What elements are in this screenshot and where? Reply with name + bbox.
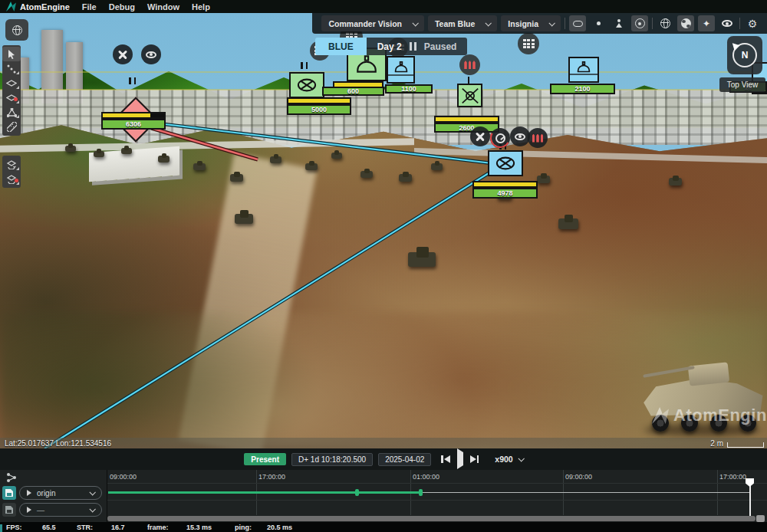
team-tab[interactable]: BLUE [315,38,367,55]
app-title: AtomEngine [20,2,70,11]
watermark: AtomEngine [652,406,767,425]
satellite-layer-button[interactable] [677,15,694,31]
atomengine-watermark-icon [652,406,669,425]
red-dot [15,179,18,182]
globe-layers-button[interactable] [5,19,28,41]
day-label: Day 2 [377,41,402,52]
engage-button[interactable] [113,44,133,64]
present-badge[interactable]: Present [244,453,286,465]
team-dropdown[interactable]: Team Blue [428,15,497,31]
resource-bar [287,97,351,104]
unit-symbol-button[interactable] [611,15,627,31]
blue-installation-marker[interactable] [568,57,599,83]
timeline-scrollbar[interactable] [107,516,755,521]
time-tick: 09:00:00 [565,473,592,481]
visibility-button[interactable] [719,15,736,31]
blue-installation-marker[interactable] [387,56,415,84]
sim-time-field[interactable]: D+ 1d 10:18:20.500 [291,453,373,466]
watermark-text: AtomEngine [673,406,767,425]
measure-tool[interactable] [2,120,21,134]
resupply-button[interactable] [528,128,548,148]
atomengine-window: AtomEngine File Debug Window Help [0,0,767,532]
track-select-origin[interactable]: origin [19,486,102,500]
ping-value: 20.5 ms [267,524,292,531]
lighting-button[interactable]: ✦ [698,15,715,31]
blue-armor-marker-selected[interactable] [488,150,523,176]
hq-hp-bar: 6306 [101,119,166,130]
structure-icon[interactable] [518,33,539,54]
future-track-segment[interactable] [422,492,750,494]
ammo-depot-icon[interactable] [459,54,480,75]
sync-unit-tool[interactable] [2,172,21,186]
playhead-handle[interactable] [746,478,754,487]
track-select-empty[interactable]: — [19,503,102,517]
sync-view-tool[interactable] [2,157,21,172]
record-circle-icon [635,18,645,28]
polygon-tool[interactable] [2,105,21,120]
marker-divider [388,74,413,76]
compass-widget[interactable]: N [727,36,762,74]
engage-button[interactable] [470,126,490,146]
friendly-mech-infantry-marker[interactable] [457,84,482,107]
menubar: AtomEngine File Debug Window Help [0,0,767,13]
chevron-down-icon [548,20,555,26]
observe-button[interactable] [141,44,161,64]
sim-date-field[interactable]: 2025-04-02 [378,453,431,466]
keyframe-marker[interactable] [419,489,423,496]
pause-icon [410,42,416,51]
branch-icon[interactable] [6,472,17,483]
timeline-track-list: origin — [0,470,107,522]
time-tick: 01:00:00 [413,473,439,481]
unit-place-tool[interactable] [2,90,21,105]
hp-value: 1100 [401,85,416,93]
menu-window[interactable]: Window [147,2,179,11]
frame-value: 15.3 ms [186,524,212,531]
label-toggle-button[interactable] [569,15,586,31]
hp-bar: 4978 [472,188,538,199]
menu-debug[interactable]: Debug [109,2,135,11]
save-track-button-disabled[interactable] [2,503,16,517]
atomengine-logo-icon [6,2,16,11]
chevron-down-icon [412,20,418,26]
select-tool[interactable] [2,47,21,61]
map-viewport[interactable]: 6306 5000 600 [0,13,767,448]
scenario-status: Day 2 Paused [367,38,468,55]
keyframe-marker[interactable] [355,489,359,496]
str-value: 16.7 [111,524,125,531]
path-tool[interactable] [2,61,21,76]
save-track-button[interactable] [2,486,16,500]
hp-value: 5000 [311,106,327,113]
skip-start-button[interactable] [441,455,450,463]
hp-bar: 2100 [550,84,615,94]
compass-ring: N [732,43,757,67]
top-view-button[interactable]: Top View [719,77,765,92]
dot-marker-button[interactable] [590,15,607,31]
area-tool[interactable] [2,76,21,90]
settings-button[interactable]: ⚙ [744,15,761,31]
insignia-dropdown[interactable]: Insignia [501,15,561,31]
friendly-armor-marker[interactable] [289,72,324,98]
chevron-down-icon [89,489,95,495]
speed-multiplier[interactable]: x900 [495,455,512,464]
recorded-track-segment[interactable] [108,491,422,494]
play-button[interactable] [457,452,463,466]
sparkle-icon: ✦ [703,19,710,28]
scrollbar-handle[interactable] [756,515,765,522]
menu-help[interactable]: Help [192,2,210,11]
wireframe-globe-button[interactable] [657,15,673,31]
vision-mode-dropdown[interactable]: Commander Vision [321,15,424,31]
eye-icon [515,133,525,140]
speed-chevron-icon[interactable] [518,455,524,461]
hp-bar: 1100 [385,84,433,94]
menu-file[interactable]: File [82,2,97,11]
movement-line-blue [44,169,495,448]
transport-controls [441,452,479,466]
top-view-label: Top View [727,80,758,89]
speed-button[interactable] [490,128,510,148]
earth-icon [681,18,691,28]
skip-end-button[interactable] [470,455,479,463]
paused-label: Paused [424,41,457,52]
gauge-icon [495,133,505,143]
track-label: — [37,506,44,514]
range-ring-button[interactable] [631,15,648,31]
